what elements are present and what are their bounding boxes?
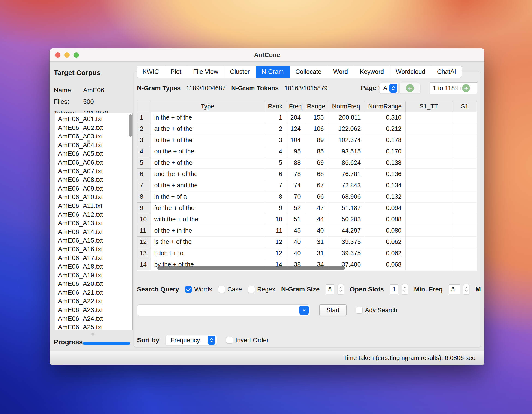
tab-n-gram[interactable]: N-Gram: [256, 66, 290, 78]
table-row[interactable]: 1in the + of the1204155200.8110.310: [137, 112, 477, 123]
invert-order-checkbox[interactable]: Invert Order: [226, 337, 268, 344]
splitter-handle[interactable]: [87, 140, 90, 143]
table-row[interactable]: 3to the + of the310489102.3740.178: [137, 135, 477, 146]
table-cell: 0.170: [364, 146, 405, 157]
page-size-select[interactable]: A: [379, 83, 399, 94]
corpus-file-list[interactable]: AmE06_A01.txtAmE06_A02.txtAmE06_A03.txtA…: [55, 113, 133, 330]
table-row[interactable]: 7of the + and the7746772.8430.134: [137, 180, 477, 191]
tab-collocate[interactable]: Collocate: [290, 66, 328, 78]
file-list-item[interactable]: AmE06_A22.txt: [58, 297, 133, 306]
min-freq-stepper[interactable]: [463, 284, 469, 295]
table-row[interactable]: 6and the + of the6786876.7810.136: [137, 168, 477, 180]
search-options-row: Search Query Words Case Regex N-Gram Siz…: [137, 284, 481, 295]
file-list-item[interactable]: AmE06_A25.txt: [58, 323, 133, 330]
file-list-item[interactable]: AmE06_A16.txt: [58, 245, 133, 254]
table-cell: i don t + to: [151, 248, 264, 259]
previous-page-button[interactable]: ➜: [399, 83, 421, 94]
table-cell: 47: [304, 202, 328, 214]
table-cell: 6: [264, 168, 286, 180]
min-freq-field[interactable]: 5: [449, 284, 460, 294]
file-list-item[interactable]: AmE06_A12.txt: [58, 210, 133, 219]
file-list-item[interactable]: AmE06_A14.txt: [58, 228, 133, 236]
regex-checkbox[interactable]: Regex: [248, 286, 275, 293]
file-list-item[interactable]: AmE06_A02.txt: [58, 124, 133, 132]
results-table-container: TypeRankFreqRangeNormFreqNormRangeS1_TTS…: [137, 101, 477, 271]
table-row[interactable]: 2at the + of the2124106122.0620.212: [137, 123, 477, 135]
table-cell: 10: [264, 214, 286, 225]
words-checkbox[interactable]: Words: [185, 286, 212, 293]
adv-search-checkbox[interactable]: Adv Search: [356, 307, 397, 314]
tab-kwic[interactable]: KWIC: [137, 66, 165, 78]
search-query-combobox[interactable]: [137, 304, 310, 316]
ngram-size-field[interactable]: 5: [325, 284, 334, 294]
table-row[interactable]: 12is the + of the12403139.3750.062: [137, 236, 477, 248]
splitter-handle[interactable]: [91, 333, 94, 336]
file-list-item[interactable]: AmE06_A04.txt: [58, 141, 133, 150]
table-cell: [405, 180, 452, 191]
table-row[interactable]: 8in the + of a8706668.9060.132: [137, 191, 477, 202]
file-list-item[interactable]: AmE06_A09.txt: [58, 184, 133, 193]
file-list-item[interactable]: AmE06_A15.txt: [58, 236, 133, 245]
file-list-item[interactable]: AmE06_A13.txt: [58, 219, 133, 228]
open-slots-field[interactable]: 1: [390, 284, 399, 294]
tab-cluster[interactable]: Cluster: [224, 66, 256, 78]
table-header-row: TypeRankFreqRangeNormFreqNormRangeS1_TTS…: [137, 101, 477, 112]
file-list-item[interactable]: AmE06_A21.txt: [58, 288, 133, 297]
tab-word[interactable]: Word: [327, 66, 354, 78]
file-list-item[interactable]: AmE06_A07.txt: [58, 167, 133, 176]
tab-keyword[interactable]: Keyword: [354, 66, 390, 78]
file-list-item[interactable]: AmE06_A06.txt: [58, 158, 133, 167]
table-row[interactable]: 13i don t + to12403139.3750.062: [137, 248, 477, 259]
case-checkbox[interactable]: Case: [218, 286, 242, 293]
table-row[interactable]: 9for the + of the9524751.1870.094: [137, 202, 477, 214]
sort-row: Sort by Frequency Invert Order: [137, 334, 481, 346]
column-header-rownum: [137, 101, 151, 112]
search-query-input[interactable]: [140, 305, 297, 315]
file-list-item[interactable]: AmE06_A10.txt: [58, 193, 133, 202]
table-row[interactable]: 10with the + of the10514450.2030.088: [137, 214, 477, 225]
arrow-right-icon: ➜: [462, 84, 470, 92]
table-cell: [452, 236, 477, 248]
tab-plot[interactable]: Plot: [165, 66, 188, 78]
table-cell: 95: [286, 146, 304, 157]
page-range-field[interactable]: 1 to 1189 of 1 ➜: [430, 82, 477, 94]
file-list-item[interactable]: AmE06_A23.txt: [58, 306, 133, 314]
table-cell: 76.781: [328, 168, 364, 180]
horizontal-scrollbar-thumb[interactable]: [157, 266, 345, 270]
table-row[interactable]: 5of the + of the5886986.6240.138: [137, 157, 477, 168]
zoom-window-button[interactable]: [74, 52, 79, 58]
arrow-left-icon: ➜: [406, 84, 414, 92]
file-list-item[interactable]: AmE06_A17.txt: [58, 254, 133, 262]
file-list-item[interactable]: AmE06_A05.txt: [58, 149, 133, 158]
table-row[interactable]: 11of the + in the11454044.2970.080: [137, 225, 477, 236]
sort-by-select[interactable]: Frequency: [166, 335, 217, 346]
table-cell: 204: [286, 112, 304, 123]
table-cell: [452, 191, 477, 202]
file-list-item[interactable]: AmE06_A20.txt: [58, 279, 133, 288]
tab-wordcloud[interactable]: Wordcloud: [390, 66, 431, 78]
file-list-item[interactable]: AmE06_A24.txt: [58, 314, 133, 323]
start-button[interactable]: Start: [319, 304, 347, 316]
file-list-item[interactable]: AmE06_A19.txt: [58, 271, 133, 280]
status-text: Time taken (creating ngram results): 6.0…: [343, 355, 475, 362]
tab-chatai[interactable]: ChatAI: [431, 66, 462, 78]
table-cell: 50.203: [328, 214, 364, 225]
minimize-window-button[interactable]: [64, 52, 70, 58]
table-row[interactable]: 4on the + of the4958593.5150.170: [137, 146, 477, 157]
window-titlebar[interactable]: AntConc: [50, 48, 484, 62]
file-list-item[interactable]: AmE06_A18.txt: [58, 262, 133, 271]
file-list-item[interactable]: AmE06_A01.txt: [58, 115, 133, 124]
open-slots-stepper[interactable]: [402, 284, 408, 295]
progress-bar: [83, 342, 130, 345]
table-cell: 0.068: [364, 259, 405, 270]
ngram-size-stepper[interactable]: [338, 284, 344, 295]
table-cell: is the + of the: [151, 236, 264, 248]
query-history-dropdown-button[interactable]: [299, 306, 309, 315]
file-list-item[interactable]: AmE06_A08.txt: [58, 175, 133, 184]
close-window-button[interactable]: [55, 52, 60, 58]
tab-file-view[interactable]: File View: [187, 66, 224, 78]
file-list-scrollbar-thumb[interactable]: [129, 115, 132, 137]
next-page-button[interactable]: ➜: [455, 83, 477, 93]
file-list-item[interactable]: AmE06_A11.txt: [58, 202, 133, 210]
file-list-item[interactable]: AmE06_A03.txt: [58, 132, 133, 141]
